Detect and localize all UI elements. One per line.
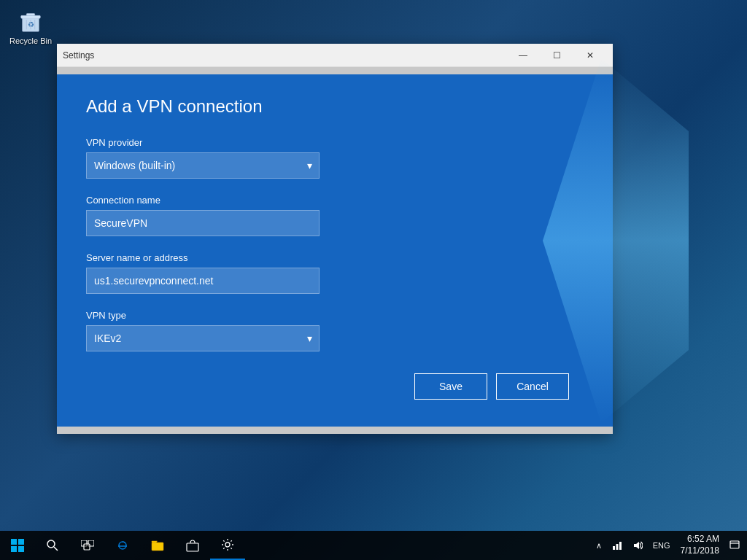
settings-window: Settings — ☐ ✕ Add a VPN connection VPN … [57, 44, 613, 434]
svg-rect-10 [18, 546, 24, 552]
windows-logo-icon [11, 539, 24, 552]
save-button[interactable]: Save [414, 373, 487, 400]
clock-date: 7/11/2018 [681, 545, 719, 557]
page-title: Add a VPN connection [86, 96, 584, 117]
language-indicator[interactable]: ENG [649, 531, 675, 560]
clock-time: 6:52 AM [687, 534, 719, 545]
taskbar-app-settings[interactable] [210, 531, 245, 560]
title-bar-controls: — ☐ ✕ [506, 44, 607, 67]
task-view-button[interactable] [70, 531, 105, 560]
language-text: ENG [653, 541, 670, 550]
svg-rect-1 [21, 15, 41, 18]
recycle-bin-graphic: ♻ [16, 6, 45, 35]
search-icon [47, 540, 58, 551]
svg-rect-20 [616, 544, 618, 550]
network-icon[interactable] [608, 531, 627, 560]
maximize-button[interactable]: ☐ [540, 44, 573, 67]
taskbar-app-file-explorer[interactable] [140, 531, 175, 560]
vpn-type-label: VPN type [86, 310, 584, 321]
taskbar-clock: 6:52 AM 7/11/2018 [681, 534, 719, 556]
connection-name-group: Connection name [86, 195, 584, 236]
store-icon [186, 539, 199, 552]
vpn-type-select-wrapper: IKEv2 PPTP L2TP/IPsec SSTP [86, 325, 320, 351]
svg-rect-16 [152, 542, 163, 551]
svg-rect-15 [84, 544, 90, 550]
vpn-provider-label: VPN provider [86, 137, 584, 148]
svg-rect-9 [11, 546, 17, 552]
volume-icon[interactable] [628, 531, 647, 560]
svg-rect-17 [187, 543, 198, 551]
svg-line-12 [54, 547, 58, 551]
connection-name-label: Connection name [86, 195, 584, 206]
network-status-icon [612, 540, 622, 551]
show-hidden-icons-button[interactable]: ∧ [592, 531, 606, 560]
vpn-type-group: VPN type IKEv2 PPTP L2TP/IPsec SSTP [86, 310, 584, 351]
svg-rect-19 [613, 546, 615, 550]
recycle-bin-icon[interactable]: ♻ Recycle Bin [1, 3, 60, 48]
notification-icon [729, 540, 740, 551]
svg-rect-7 [11, 539, 17, 545]
desktop: ♻ Recycle Bin Settings — ☐ ✕ Add a VPN c… [0, 0, 747, 560]
volume-status-icon [632, 540, 643, 551]
close-button[interactable]: ✕ [573, 44, 607, 67]
file-explorer-icon [151, 539, 164, 552]
title-bar: Settings — ☐ ✕ [57, 44, 613, 67]
chevron-up-icon: ∧ [596, 541, 602, 551]
task-view-icon [81, 540, 94, 551]
vpn-provider-select[interactable]: Windows (built-in) [86, 152, 320, 179]
recycle-bin-label: Recycle Bin [9, 36, 52, 45]
edge-icon [116, 539, 129, 552]
cancel-button[interactable]: Cancel [496, 373, 569, 400]
svg-point-18 [225, 542, 230, 547]
settings-content: Add a VPN connection VPN provider Window… [57, 74, 613, 427]
system-tray: ∧ ENG [592, 531, 747, 560]
top-strip [57, 67, 613, 74]
taskbar-app-edge[interactable] [105, 531, 140, 560]
server-address-group: Server name or address [86, 252, 584, 294]
taskbar-app-store[interactable] [175, 531, 210, 560]
start-button[interactable] [0, 531, 35, 560]
taskbar-search-button[interactable] [35, 531, 70, 560]
minimize-button[interactable]: — [506, 44, 540, 67]
server-address-input[interactable] [86, 268, 320, 294]
svg-point-11 [47, 540, 55, 548]
svg-rect-21 [619, 542, 622, 550]
svg-rect-8 [18, 539, 24, 545]
settings-icon [221, 538, 234, 551]
vpn-provider-select-wrapper: Windows (built-in) [86, 152, 320, 179]
server-address-label: Server name or address [86, 252, 584, 263]
window-title: Settings [63, 50, 506, 61]
svg-rect-2 [26, 14, 34, 16]
vpn-provider-group: VPN provider Windows (built-in) [86, 137, 584, 179]
svg-rect-22 [730, 541, 739, 548]
connection-name-input[interactable] [86, 210, 320, 236]
notification-center-button[interactable] [725, 531, 744, 560]
button-row: Save Cancel [86, 373, 584, 400]
vpn-type-select[interactable]: IKEv2 PPTP L2TP/IPsec SSTP [86, 325, 320, 351]
bottom-strip [57, 427, 613, 434]
clock-display[interactable]: 6:52 AM 7/11/2018 [676, 531, 724, 560]
taskbar: ∧ ENG [0, 531, 747, 560]
